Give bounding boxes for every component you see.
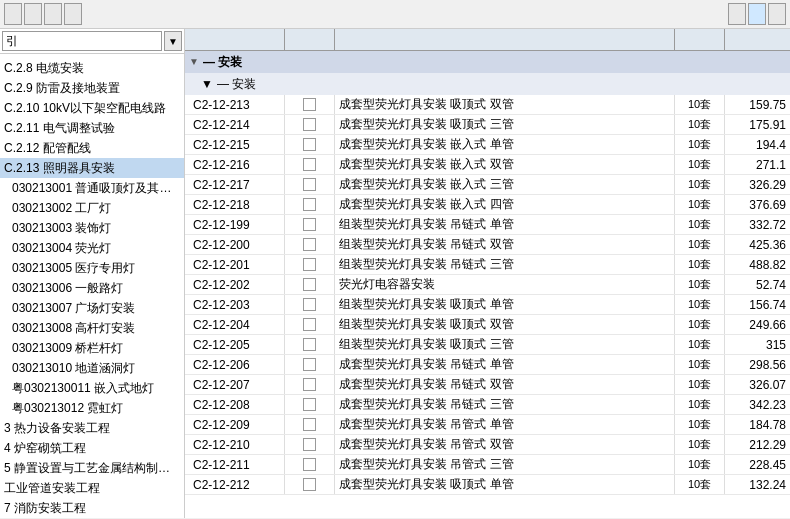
cell-checkbox[interactable] [285, 95, 335, 114]
cell-name: 组装型荧光灯具安装 吊链式 三管 [335, 255, 675, 274]
collapse-icon[interactable]: ▼ [189, 53, 199, 71]
table-row[interactable]: C2-12-212 成套型荧光灯具安装 吸顶式 单管 10套 132.24 [185, 475, 790, 495]
tree-item[interactable]: 4 炉窑砌筑工程 [0, 438, 184, 458]
table-row[interactable]: C2-12-202 荧光灯电容器安装 10套 52.74 [185, 275, 790, 295]
table-row[interactable]: C2-12-204 组装型荧光灯具安装 吸顶式 双管 10套 249.66 [185, 315, 790, 335]
table-row[interactable]: C2-12-217 成套型荧光灯具安装 嵌入式 三管 10套 326.29 [185, 175, 790, 195]
table-row[interactable]: C2-12-218 成套型荧光灯具安装 嵌入式 四管 10套 376.69 [185, 195, 790, 215]
tree-item[interactable]: C.2.13 照明器具安装 [0, 158, 184, 178]
cell-checkbox[interactable] [285, 175, 335, 194]
checkbox[interactable] [303, 238, 316, 251]
cell-checkbox[interactable] [285, 275, 335, 294]
checkbox[interactable] [303, 278, 316, 291]
cell-checkbox[interactable] [285, 115, 335, 134]
checkbox[interactable] [303, 418, 316, 431]
sub-section-header-install[interactable]: ▼— 安装 [185, 73, 790, 95]
tree-item[interactable]: C.2.9 防雷及接地装置 [0, 78, 184, 98]
tree-item[interactable]: 粤0302130011 嵌入式地灯 [0, 378, 184, 398]
checkbox[interactable] [303, 458, 316, 471]
tree-item[interactable]: 030213003 装饰灯 [0, 218, 184, 238]
table-row[interactable]: C2-12-210 成套型荧光灯具安装 吊管式 双管 10套 212.29 [185, 435, 790, 455]
table-row[interactable]: C2-12-209 成套型荧光灯具安装 吊管式 单管 10套 184.78 [185, 415, 790, 435]
btn-insert-list[interactable] [748, 3, 766, 25]
table-row[interactable]: C2-12-201 组装型荧光灯具安装 吊链式 三管 10套 488.82 [185, 255, 790, 275]
checkbox[interactable] [303, 318, 316, 331]
table-row[interactable]: C2-12-214 成套型荧光灯具安装 吸顶式 三管 10套 175.91 [185, 115, 790, 135]
tree-item[interactable]: 030213008 高杆灯安装 [0, 318, 184, 338]
cell-checkbox[interactable] [285, 455, 335, 474]
table-row[interactable]: C2-12-205 组装型荧光灯具安装 吸顶式 三管 10套 315 [185, 335, 790, 355]
checkbox[interactable] [303, 378, 316, 391]
cell-checkbox[interactable] [285, 315, 335, 334]
table-row[interactable]: C2-12-203 组装型荧光灯具安装 吸顶式 单管 10套 156.74 [185, 295, 790, 315]
cell-checkbox[interactable] [285, 235, 335, 254]
tree-item[interactable]: 工业管道安装工程 [0, 478, 184, 498]
tree-item[interactable]: 030213009 桥栏杆灯 [0, 338, 184, 358]
cell-checkbox[interactable] [285, 215, 335, 234]
table-row[interactable]: C2-12-208 成套型荧光灯具安装 吊链式 三管 10套 342.23 [185, 395, 790, 415]
table-row[interactable]: C2-12-213 成套型荧光灯具安装 吸顶式 双管 10套 159.75 [185, 95, 790, 115]
tree-item[interactable]: C.2.11 电气调整试验 [0, 118, 184, 138]
checkbox[interactable] [303, 98, 316, 111]
checkbox[interactable] [303, 438, 316, 451]
cell-checkbox[interactable] [285, 415, 335, 434]
table-row[interactable]: C2-12-215 成套型荧光灯具安装 嵌入式 单管 10套 194.4 [185, 135, 790, 155]
tree-item[interactable]: 030213010 地道涵洞灯 [0, 358, 184, 378]
checkbox[interactable] [303, 258, 316, 271]
checkbox[interactable] [303, 298, 316, 311]
sub-collapse-icon[interactable]: ▼ [201, 75, 213, 93]
table-row[interactable]: C2-12-216 成套型荧光灯具安装 嵌入式 双管 10套 271.1 [185, 155, 790, 175]
search-input[interactable] [2, 31, 162, 51]
table-body: ▼— 安装▼— 安装 C2-12-213 成套型荧光灯具安装 吸顶式 双管 10… [185, 51, 790, 518]
tree-item[interactable]: 030213006 一般路灯 [0, 278, 184, 298]
btn-replace[interactable] [768, 3, 786, 25]
checkbox[interactable] [303, 158, 316, 171]
tree-item[interactable]: C.2.8 电缆安装 [0, 58, 184, 78]
tree-item[interactable]: 030213002 工厂灯 [0, 198, 184, 218]
checkbox[interactable] [303, 218, 316, 231]
tree-item[interactable]: 030213001 普通吸顶灯及其他灯具 [0, 178, 184, 198]
tree-item[interactable]: 7 消防安装工程 [0, 498, 184, 518]
checkbox[interactable] [303, 198, 316, 211]
cell-checkbox[interactable] [285, 395, 335, 414]
cell-checkbox[interactable] [285, 475, 335, 494]
cell-checkbox[interactable] [285, 335, 335, 354]
checkbox[interactable] [303, 358, 316, 371]
table-row[interactable]: C2-12-199 组装型荧光灯具安装 吊链式 单管 10套 332.72 [185, 215, 790, 235]
table-row[interactable]: C2-12-200 组装型荧光灯具安装 吊链式 双管 10套 425.36 [185, 235, 790, 255]
section-header-install[interactable]: ▼— 安装 [185, 51, 790, 73]
tree-item[interactable]: 3 热力设备安装工程 [0, 418, 184, 438]
table-row[interactable]: C2-12-206 成套型荧光灯具安装 吊链式 单管 10套 298.56 [185, 355, 790, 375]
tree-item[interactable]: 5 静置设置与工艺金属结构制作安装工程 [0, 458, 184, 478]
checkbox[interactable] [303, 338, 316, 351]
checkbox[interactable] [303, 118, 316, 131]
table-row[interactable]: C2-12-207 成套型荧光灯具安装 吊链式 双管 10套 326.07 [185, 375, 790, 395]
tree-item[interactable]: 粤030213012 霓虹灯 [0, 398, 184, 418]
tree-item[interactable]: 030213005 医疗专用灯 [0, 258, 184, 278]
table-row[interactable]: C2-12-211 成套型荧光灯具安装 吊管式 三管 10套 228.45 [185, 455, 790, 475]
tree-item[interactable]: 030213004 荧光灯 [0, 238, 184, 258]
cell-checkbox[interactable] [285, 295, 335, 314]
tree-item[interactable]: C.2.12 配管配线 [0, 138, 184, 158]
cell-checkbox[interactable] [285, 135, 335, 154]
cell-checkbox[interactable] [285, 195, 335, 214]
tree-item[interactable]: C.2.10 10kV以下架空配电线路 [0, 98, 184, 118]
checkbox[interactable] [303, 138, 316, 151]
cell-checkbox[interactable] [285, 255, 335, 274]
checkbox[interactable] [303, 478, 316, 491]
checkbox[interactable] [303, 398, 316, 411]
btn-list[interactable] [4, 3, 22, 25]
sub-section-label: — 安装 [217, 75, 256, 93]
btn-supplement[interactable] [64, 3, 82, 25]
cell-checkbox[interactable] [285, 155, 335, 174]
cell-name: 成套型荧光灯具安装 吊链式 三管 [335, 395, 675, 414]
btn-labor[interactable] [44, 3, 62, 25]
btn-quota[interactable] [24, 3, 42, 25]
cell-checkbox[interactable] [285, 375, 335, 394]
search-dropdown[interactable]: ▼ [164, 31, 182, 51]
checkbox[interactable] [303, 178, 316, 191]
cell-checkbox[interactable] [285, 355, 335, 374]
btn-insert-child[interactable] [728, 3, 746, 25]
cell-checkbox[interactable] [285, 435, 335, 454]
tree-item[interactable]: 030213007 广场灯安装 [0, 298, 184, 318]
